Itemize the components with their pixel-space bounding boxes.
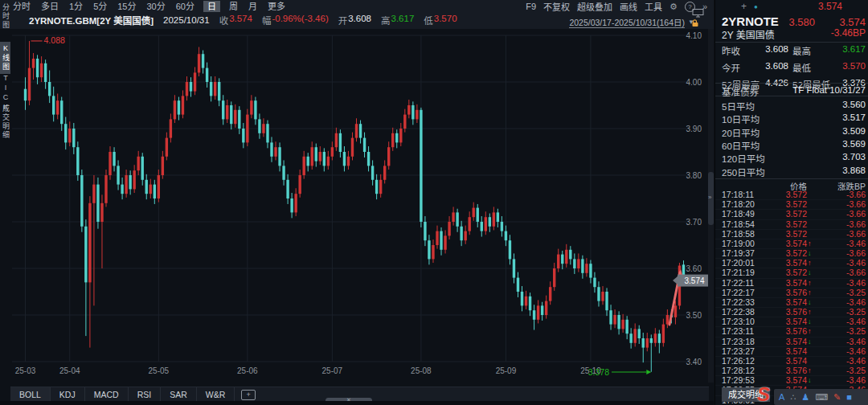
sidebar-item-K线图[interactable]: K线图: [0, 42, 10, 74]
tick-price: 3.572: [772, 230, 807, 239]
indicator-tab-KDJ[interactable]: KDJ: [51, 387, 85, 402]
tick-price: 3.576: [772, 288, 807, 297]
open-value: 3.608: [348, 14, 371, 27]
tick-row: 17:23:113.576↑-3.25: [715, 327, 868, 337]
y-axis-label: 3.40: [686, 358, 702, 366]
period-tab-月[interactable]: 月: [247, 1, 259, 12]
candle-body: [174, 100, 176, 119]
sidebar-item-分时图[interactable]: 分时图: [0, 3, 10, 30]
menu-super-overlay[interactable]: 超级叠加: [577, 0, 612, 13]
candle-body: [80, 175, 83, 227]
ma-value: 3.868: [842, 166, 866, 175]
brush-tool-icon[interactable]: ✎: [833, 389, 841, 405]
candle-body: [335, 133, 338, 147]
menu-f9[interactable]: F9: [526, 2, 536, 11]
date-range-selector[interactable]: 2025/03/17-2025/10/31(164日): [569, 18, 685, 28]
tick-change-bp: -3.66: [817, 230, 868, 239]
add-to-watchlist-icon[interactable]: +: [741, 2, 747, 12]
tick-time: 17:18:54: [715, 220, 772, 229]
left-view-sidebar: 分时图K线图TICK成交明细: [0, 0, 10, 405]
quote-change-bp: -3.46BP: [831, 27, 866, 39]
x-axis-label: 25-07: [322, 366, 343, 375]
period-tab-5分[interactable]: 5分: [92, 1, 108, 12]
add-indicator-icon[interactable]: +: [241, 390, 256, 400]
tick-price: 3.574: [772, 376, 807, 385]
tick-time: 17:18:20: [715, 200, 772, 209]
downtick-arrow-icon: ↓: [807, 268, 817, 277]
indicator-tab-SAR[interactable]: SAR: [161, 387, 197, 402]
tick-time: 17:19:37: [715, 249, 772, 258]
text-tool-icon[interactable]: A: [779, 389, 784, 405]
tick-price: 3.576: [772, 327, 807, 336]
candle-body: [32, 59, 35, 68]
mini-last-price: 3.574: [818, 2, 842, 12]
quote-panel: +●3.5742YRNOTE3.5803.5742Y 美国国债-3.46BP昨收…: [714, 0, 868, 405]
ma-label: 120日平均: [722, 152, 765, 165]
tick-change-bp: -3.46: [817, 347, 868, 356]
menu-tools[interactable]: 工具: [645, 0, 662, 13]
pointer-tool-icon[interactable]: ♟: [801, 389, 809, 405]
candle-body: [246, 115, 248, 143]
candle-body: [448, 222, 450, 235]
indicator-tab-RSI[interactable]: RSI: [129, 387, 162, 402]
period-tab-15分[interactable]: 15分: [116, 1, 137, 12]
candle-body: [621, 320, 624, 329]
period-tab-更多[interactable]: 更多: [266, 1, 287, 12]
snip-logo[interactable]: S: [757, 385, 770, 404]
candle-body: [274, 147, 276, 157]
stat-label: 最高: [792, 44, 811, 57]
candle-body: [307, 157, 309, 166]
tick-time: 17:20:01: [715, 259, 772, 268]
candle-body: [589, 264, 592, 277]
tick-change-bp: -3.46: [817, 338, 868, 346]
candle-body: [355, 124, 358, 137]
period-tab-分时[interactable]: 分时: [11, 1, 32, 12]
no-arrow: [807, 200, 817, 209]
lock-icon[interactable]: [691, 19, 699, 27]
candle-body: [178, 100, 180, 114]
candle-body: [407, 105, 410, 115]
tick-price: 3.574: [772, 279, 807, 288]
tick-change-bp: -3.66: [817, 220, 868, 229]
period-tab-日[interactable]: 日: [203, 1, 220, 12]
no-arrow: [807, 347, 817, 356]
candle-body: [100, 203, 103, 222]
candle-body: [206, 68, 208, 82]
status-dot-icon: ●: [754, 2, 758, 12]
menu-draw-line[interactable]: 画线: [620, 0, 637, 13]
candle-body: [493, 212, 495, 226]
period-tab-周[interactable]: 周: [227, 1, 240, 12]
panel-collapse-handle[interactable]: »: [708, 29, 714, 382]
sidebar-item-成交明细[interactable]: 成交明细: [0, 104, 10, 140]
shape-tool-icon[interactable]: ■: [846, 389, 852, 405]
period-tab-多日[interactable]: 多日: [39, 1, 60, 12]
period-tab-30分[interactable]: 30分: [145, 1, 167, 12]
candle-body: [64, 124, 67, 142]
period-tab-60分[interactable]: 60分: [174, 1, 196, 12]
candle-body: [432, 245, 434, 259]
tick-time: 17:22:11: [715, 279, 772, 288]
candle-body: [282, 166, 285, 179]
candle-body: [36, 59, 39, 77]
monitor-icon[interactable]: [692, 9, 704, 18]
indicator-tab-BOLL[interactable]: BOLL: [10, 387, 51, 402]
candle-body: [625, 320, 628, 333]
keyboard-tool-icon[interactable]: ⌨: [815, 389, 828, 405]
indicator-tab-W&R[interactable]: W&R: [197, 387, 235, 402]
candle-body: [383, 166, 386, 179]
period-tab-bar: 分时多日1分5分15分30分60分日周月更多: [11, 1, 287, 12]
tick-change-bp: -3.25: [817, 308, 868, 317]
gear-icon[interactable]: ⚙: [669, 1, 678, 12]
candle-body: [452, 212, 454, 222]
candle-body: [234, 110, 236, 124]
low-label: 低: [424, 14, 433, 27]
menu-no-adjust[interactable]: 不复权: [543, 0, 570, 13]
candle-body: [214, 82, 216, 96]
more-dots-icon[interactable]: ∴: [790, 389, 796, 405]
candlestick-chart[interactable]: 4.104.003.903.803.703.603.503.4025-0325-…: [10, 29, 709, 383]
tick-change-bp: -3.66: [817, 190, 868, 199]
indicator-tab-MACD[interactable]: MACD: [85, 387, 129, 402]
candle-body: [658, 333, 661, 343]
period-tab-1分[interactable]: 1分: [68, 1, 84, 12]
bond-trading-terminal: 分时多日1分5分15分30分60分日周月更多 F9 不复权 超级叠加 画线 工具…: [0, 0, 868, 405]
